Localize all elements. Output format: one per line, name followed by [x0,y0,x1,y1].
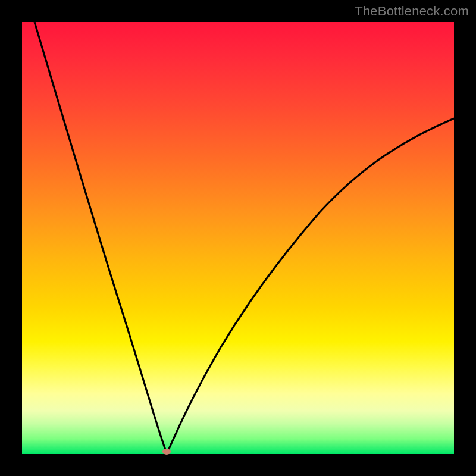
chart-container: TheBottleneck.com [0,0,476,476]
watermark-text: TheBottleneck.com [355,4,469,19]
curve-path [35,22,454,453]
plot-area [22,22,454,454]
bottleneck-curve [22,22,454,454]
optimal-point-marker [162,449,171,455]
